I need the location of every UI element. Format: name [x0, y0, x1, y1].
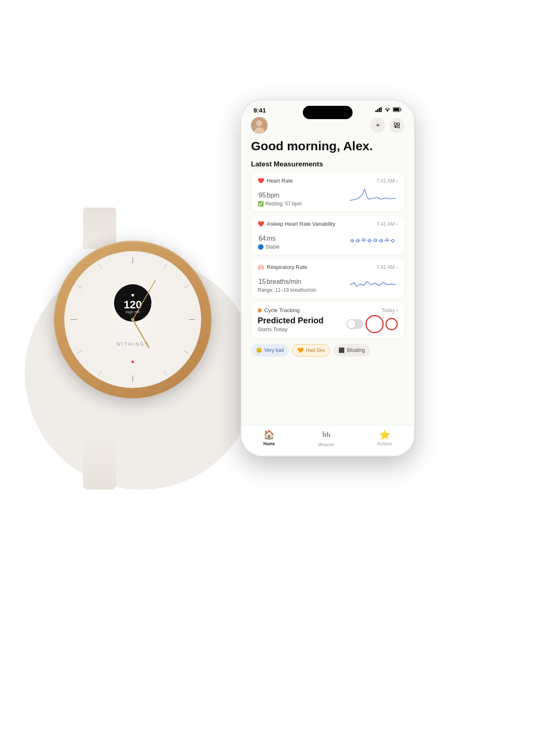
svg-rect-25	[397, 126, 399, 128]
watch-strap-top	[83, 208, 116, 249]
svg-point-30	[374, 239, 377, 242]
symptom-tags: 😟 Very bad 🧡 Had Sex ⬛ Bloating	[251, 342, 404, 360]
bottom-navigation: 🏠 Home Measure ⭐ Achieve	[242, 425, 414, 455]
svg-line-6	[183, 286, 189, 288]
tag-had-sex[interactable]: 🧡 Had Sex	[292, 344, 330, 356]
phone-container: 9:41	[241, 100, 415, 456]
check-icon: ✅	[258, 201, 264, 207]
svg-rect-37	[325, 433, 326, 437]
dynamic-island	[303, 106, 353, 119]
svg-rect-22	[394, 123, 397, 125]
card-value-hr: 95bpm ✅ Resting: 57 bpm	[258, 186, 302, 207]
achieve-nav-icon: ⭐	[379, 430, 390, 440]
status-time: 9:41	[253, 107, 266, 114]
very-bad-label: Very bad	[264, 347, 284, 353]
had-sex-label: Had Sex	[306, 347, 325, 353]
cycle-time[interactable]: Today ›	[382, 308, 398, 313]
hrv-value: 64ms	[258, 229, 280, 243]
card-title-hr: Heart Rate	[267, 178, 293, 184]
svg-rect-36	[323, 431, 324, 437]
cycle-circles	[365, 315, 398, 333]
watch-display: ♥ 120 High HR	[114, 284, 151, 322]
svg-line-4	[164, 264, 167, 269]
hr-sub: ✅ Resting: 57 bpm	[258, 201, 302, 207]
tag-bloating[interactable]: ⬛ Bloating	[334, 344, 370, 356]
cycle-label: Cycle Tracking	[258, 307, 299, 313]
cycle-circle-small	[385, 318, 398, 330]
app-content: + Good morning, Alex. Latest Measurement…	[242, 114, 414, 447]
card-body-rr: 15breaths/min Range: 11–19 breaths/min	[258, 272, 398, 293]
lungs-icon: 🫁	[258, 264, 264, 270]
phone-frame: 9:41	[241, 100, 415, 456]
watch-face: ♥ 120 High HR	[64, 251, 201, 388]
header-actions: +	[370, 118, 404, 133]
card-label-hrv: ❤️ Asleep Heart Rate Variability	[258, 221, 335, 227]
had-sex-icon: 🧡	[297, 347, 304, 353]
card-label-rr: 🫁 Respiratory Rate	[258, 264, 307, 270]
bloating-icon: ⬛	[338, 347, 345, 353]
nav-achieve[interactable]: ⭐ Achieve	[377, 430, 392, 447]
cycle-dot-icon	[258, 308, 262, 312]
bloating-label: Bloating	[347, 347, 365, 353]
measure-nav-label: Measure	[318, 442, 334, 447]
greeting-text: Good morning, Alex.	[251, 139, 404, 154]
watch-brand-label: WITHINGS	[117, 342, 149, 347]
cycle-period-title: Predicted Period	[258, 316, 324, 325]
svg-rect-12	[375, 110, 377, 112]
svg-point-16	[387, 111, 388, 112]
card-body-hr: 95bpm ✅ Resting: 57 bpm	[258, 186, 398, 207]
svg-rect-13	[377, 109, 378, 112]
cycle-text: Predicted Period Starts Today	[258, 316, 324, 332]
achieve-nav-label: Achieve	[377, 442, 392, 446]
card-time-rr[interactable]: 7:41 AM ›	[377, 264, 398, 270]
heart-icon: ❤️	[258, 178, 264, 184]
rr-chart	[348, 272, 398, 293]
watch-body: ♥ 120 High HR	[54, 241, 212, 398]
cycle-tracking-card[interactable]: Cycle Tracking Today › Predicted Period …	[251, 302, 404, 338]
card-title-rr: Respiratory Rate	[267, 264, 307, 270]
cycle-toggle[interactable]	[346, 319, 363, 329]
avatar[interactable]	[251, 117, 268, 134]
cycle-icons	[346, 315, 398, 333]
heart-rate-card[interactable]: ❤️ Heart Rate 7:41 AM › 95bpm	[251, 173, 404, 212]
watch-strap-bottom	[83, 440, 116, 490]
svg-line-5	[99, 264, 102, 269]
card-header-rr: 🫁 Respiratory Rate 7:41 AM ›	[258, 264, 398, 270]
hrv-chart	[348, 229, 398, 250]
card-body-hrv: 64ms 🔵 Stable	[258, 229, 398, 250]
watch-center-dot	[131, 318, 134, 321]
svg-line-9	[99, 370, 102, 376]
settings-button[interactable]	[390, 118, 404, 133]
cycle-toggle-thumb	[347, 320, 355, 328]
signal-icon	[375, 107, 382, 113]
card-header-hrv: ❤️ Asleep Heart Rate Variability 7:41 AM…	[258, 221, 398, 227]
svg-rect-39	[329, 434, 330, 437]
rr-sub: Range: 11–19 breaths/min	[258, 287, 316, 293]
svg-point-20	[256, 120, 262, 126]
card-time-hr[interactable]: 7:41 AM ›	[377, 178, 398, 184]
add-button[interactable]: +	[370, 118, 385, 133]
nav-home[interactable]: 🏠 Home	[263, 430, 275, 447]
home-nav-icon: 🏠	[263, 430, 275, 440]
cycle-circle-large	[365, 315, 384, 333]
stable-icon: 🔵	[258, 244, 264, 250]
card-value-hrv: 64ms 🔵 Stable	[258, 229, 280, 250]
rr-value: 15breaths/min	[258, 272, 316, 286]
nav-measure[interactable]: Measure	[318, 430, 334, 447]
card-time-hrv[interactable]: 7:41 AM ›	[377, 221, 398, 227]
status-icons	[375, 107, 402, 113]
battery-icon	[393, 107, 402, 113]
phone-screen: 9:41	[242, 101, 414, 455]
respiratory-card[interactable]: 🫁 Respiratory Rate 7:41 AM › 15breaths/m…	[251, 259, 404, 298]
svg-line-11	[77, 351, 82, 354]
svg-rect-23	[397, 123, 399, 125]
card-label-hr: ❤️ Heart Rate	[258, 178, 293, 184]
hrv-card[interactable]: ❤️ Asleep Heart Rate Variability 7:41 AM…	[251, 216, 404, 255]
cycle-card-header: Cycle Tracking Today ›	[258, 307, 398, 313]
tag-very-bad[interactable]: 😟 Very bad	[251, 344, 289, 356]
svg-rect-38	[327, 432, 328, 437]
card-title-hrv: Asleep Heart Rate Variability	[267, 221, 335, 227]
measure-nav-icon	[321, 430, 331, 441]
svg-rect-15	[380, 107, 382, 112]
card-header-hr: ❤️ Heart Rate 7:41 AM ›	[258, 178, 398, 184]
